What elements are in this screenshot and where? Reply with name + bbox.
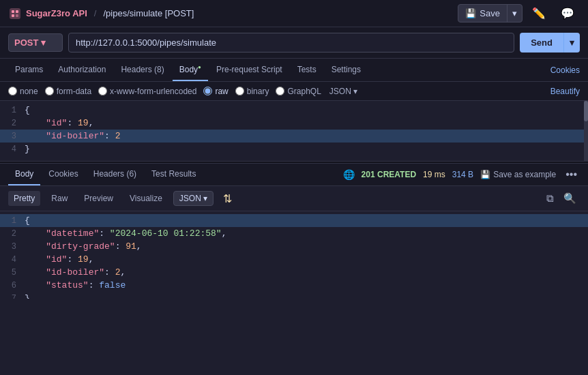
radio-raw[interactable]: raw [203,87,228,96]
svg-rect-0 [10,8,20,19]
view-tab-pretty[interactable]: Pretty [8,191,40,206]
method-label: POST [14,38,38,48]
save-example-icon: 💾 [480,170,490,179]
view-tab-preview[interactable]: Preview [78,191,119,206]
save-button[interactable]: 💾 Save ▾ [458,4,523,22]
response-action-icons: ⧉ 🔍 [543,190,580,207]
resp-tab-headers[interactable]: Headers (6) [87,164,143,185]
save-icon: 💾 [465,8,476,18]
response-tabs-bar: Body Cookies Headers (6) Test Results 🌐 … [0,164,588,186]
view-tab-raw[interactable]: Raw [46,191,73,206]
resp-tab-cookies[interactable]: Cookies [42,164,85,185]
search-icon-button[interactable]: 🔍 [560,190,580,207]
breadcrumb-path: /pipes/simulate [POST] [103,8,194,18]
resp-line-1: 1 { [0,214,588,227]
body-type-toolbar: none form-data x-www-form-urlencoded raw… [0,82,588,101]
app-logo: SugarZ3ro API [8,7,87,20]
response-format-chevron-icon: ▾ [203,194,207,203]
top-bar: SugarZ3ro API / /pipes/simulate [POST] 💾… [0,0,588,27]
body-format-select[interactable]: JSON ▾ [329,87,357,96]
resp-line-7: 7 } [0,292,588,299]
response-status-bar: 🌐 201 CREATED 19 ms 314 B 💾 Save as exam… [343,168,580,181]
save-button-label: Save [480,8,500,18]
resp-tab-body[interactable]: Body [8,164,40,185]
app-name: SugarZ3ro API [26,8,87,18]
resp-line-2: 2 "datetime": "2024-06-10 01:22:58", [0,227,588,240]
url-bar: POST ▾ Send ▾ [0,27,588,59]
beautify-button[interactable]: Beautify [550,87,580,96]
url-input[interactable] [68,33,514,52]
response-size: 314 B [452,170,473,179]
response-body[interactable]: 1 { 2 "datetime": "2024-06-10 01:22:58",… [0,211,588,299]
scrollbar-thumb [584,101,588,121]
tab-authorization[interactable]: Authorization [51,59,113,81]
tab-headers[interactable]: Headers (8) [114,59,171,81]
tab-settings[interactable]: Settings [325,59,368,81]
svg-rect-4 [16,14,18,17]
resp-line-4: 4 "id": 19, [0,253,588,266]
send-button[interactable]: Send ▾ [520,33,580,52]
top-bar-actions: 💾 Save ▾ ✏️ 💬 [458,3,580,23]
req-line-2: 2 "id": 19, [0,117,588,130]
req-line-3: 3 "id-boiler": 2 [0,130,588,142]
resp-line-6: 6 "status": false [0,279,588,292]
body-type-group: none form-data x-www-form-urlencoded raw… [8,87,321,96]
tab-body[interactable]: Body● [173,59,208,81]
breadcrumb-sep: / [94,8,97,18]
resp-line-5: 5 "id-boiler": 2, [0,266,588,279]
more-options-icon[interactable]: ••• [563,168,580,181]
radio-none[interactable]: none [8,87,38,96]
tab-tests[interactable]: Tests [291,59,323,81]
globe-icon: 🌐 [343,169,355,180]
status-code: 201 CREATED [362,170,416,179]
save-button-main[interactable]: 💾 Save [458,5,508,22]
response-view-tabs: Pretty Raw Preview Visualize JSON ▾ ⇅ ⧉ … [0,186,588,211]
save-example-button[interactable]: 💾 Save as example [480,170,556,179]
filter-icon[interactable]: ⇅ [223,192,232,205]
copy-icon-button[interactable]: ⧉ [543,190,557,207]
comment-icon-button[interactable]: 💬 [555,3,580,23]
send-dropdown-arrow[interactable]: ▾ [563,33,580,52]
response-format-label: JSON [179,194,201,203]
tab-params[interactable]: Params [8,59,50,81]
method-chevron-icon: ▾ [41,38,46,48]
body-format-label: JSON [329,87,351,96]
svg-rect-1 [12,10,14,13]
resp-line-3: 3 "dirty-grade": 91, [0,240,588,253]
radio-binary[interactable]: binary [235,87,269,96]
req-line-1: 1 { [0,104,588,117]
edit-icon-button[interactable]: ✏️ [527,3,551,23]
svg-rect-2 [16,10,18,13]
save-example-label: Save as example [493,170,556,179]
request-tabs: Params Authorization Headers (8) Body● P… [0,59,588,82]
app-logo-icon [8,7,22,20]
response-format-select[interactable]: JSON ▾ [173,191,214,206]
req-line-4: 4 } [0,142,588,155]
cookies-link[interactable]: Cookies [550,65,580,75]
response-time: 19 ms [423,170,445,179]
response-panel: Body Cookies Headers (6) Test Results 🌐 … [0,164,588,299]
body-toolbar-right: Beautify [550,86,580,96]
method-select[interactable]: POST ▾ [8,33,63,52]
radio-urlencoded[interactable]: x-www-form-urlencoded [98,87,196,96]
radio-graphql[interactable]: GraphQL [276,87,321,96]
radio-form-data[interactable]: form-data [45,87,91,96]
editor-scrollbar[interactable] [584,101,588,161]
view-tab-visualize[interactable]: Visualize [124,191,168,206]
save-dropdown-arrow[interactable]: ▾ [508,5,522,22]
svg-rect-3 [12,14,14,17]
body-format-chevron-icon: ▾ [353,87,357,96]
resp-tab-test-results[interactable]: Test Results [145,164,203,185]
send-button-label[interactable]: Send [520,33,563,52]
tab-pre-request-script[interactable]: Pre-request Script [209,59,289,81]
request-code-editor[interactable]: 1 { 2 "id": 19, 3 "id-boiler": 2 4 } [0,101,588,161]
